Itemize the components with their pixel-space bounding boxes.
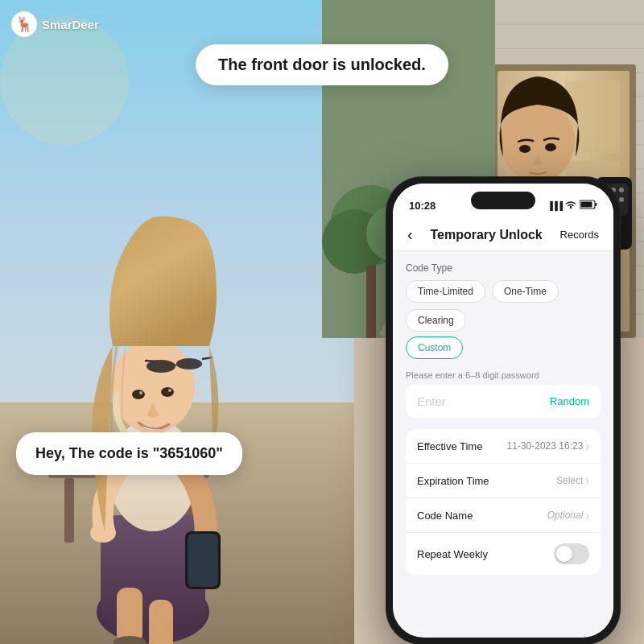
svg-rect-65: [366, 266, 376, 338]
password-input-row: Enter Random: [406, 385, 601, 418]
svg-line-22: [175, 365, 176, 365]
status-icons: ▐▐▐: [547, 200, 597, 211]
random-button[interactable]: Random: [550, 395, 589, 407]
effective-time-value: 11-30-2023 16:23 ›: [507, 440, 589, 452]
svg-point-21: [176, 358, 202, 369]
signal-icon: ▐▐▐: [547, 201, 562, 210]
repeat-weekly-label: Repeat Weekly: [417, 548, 488, 560]
code-type-label: Code Type: [406, 262, 601, 274]
svg-point-17: [90, 523, 116, 543]
code-type-row-1: Time-Limited One-Time Clearing: [406, 280, 601, 332]
svg-rect-4: [64, 478, 74, 543]
svg-point-83: [519, 145, 530, 153]
custom-row: Custom: [406, 336, 601, 359]
settings-section: Effective Time 11-30-2023 16:23 › Expira…: [406, 429, 601, 575]
speech-bubble-top: The front door is unlocked.: [196, 44, 448, 85]
logo-deer-icon: 🦌: [15, 15, 33, 33]
code-name-value: Optional ›: [547, 509, 589, 522]
phone-mockup: 10:28 ▐▐▐: [386, 177, 620, 644]
speech-bubble-bottom: Hey, The code is "3651060": [16, 432, 242, 475]
woman-illustration: [0, 0, 354, 644]
code-type-one-time[interactable]: One-Time: [492, 280, 559, 303]
speech-bubble-bottom-text: Hey, The code is "3651060": [35, 445, 223, 461]
repeat-weekly-row: Repeat Weekly: [406, 533, 601, 575]
svg-point-25: [132, 390, 145, 399]
svg-point-56: [619, 188, 624, 192]
woman-scene: [0, 0, 354, 644]
svg-point-59: [619, 197, 624, 202]
expiration-time-row[interactable]: Expiration Time Select ›: [406, 464, 601, 498]
status-time: 10:28: [409, 200, 436, 212]
code-type-clearing[interactable]: Clearing: [406, 309, 466, 332]
repeat-weekly-toggle[interactable]: [554, 543, 589, 564]
nav-records-button[interactable]: Records: [560, 229, 599, 241]
code-name-row[interactable]: Code Name Optional ›: [406, 498, 601, 533]
svg-rect-8: [117, 588, 142, 644]
svg-rect-88: [596, 203, 597, 206]
svg-line-23: [145, 361, 158, 361]
code-name-label: Code Name: [417, 510, 473, 522]
svg-point-27: [139, 391, 142, 394]
effective-time-chevron: ›: [585, 440, 589, 452]
logo-text: SmarDeer: [42, 18, 99, 31]
toggle-knob: [556, 546, 572, 562]
logo-icon: 🦌: [11, 11, 37, 37]
code-type-time-limited[interactable]: Time-Limited: [406, 280, 485, 303]
effective-time-row[interactable]: Effective Time 11-30-2023 16:23 ›: [406, 429, 601, 464]
nav-back-button[interactable]: ‹: [407, 225, 413, 244]
nav-title: Temporary Unlock: [430, 228, 542, 242]
svg-point-28: [168, 389, 171, 392]
app-content: Code Type Time-Limited One-Time Clearing…: [393, 251, 613, 586]
svg-point-26: [161, 387, 174, 397]
battery-icon: [580, 200, 597, 211]
password-placeholder[interactable]: Enter: [417, 394, 550, 408]
svg-point-85: [570, 207, 572, 208]
password-instruction: Please enter a 6–8 digit password: [406, 370, 601, 380]
svg-rect-16: [188, 535, 217, 586]
logo: 🦌 SmarDeer: [11, 11, 99, 37]
svg-rect-87: [581, 202, 592, 208]
expiration-time-chevron: ›: [585, 474, 589, 487]
expiration-time-label: Expiration Time: [417, 475, 489, 487]
expiration-time-value: Select ›: [556, 474, 589, 487]
phone-screen: 10:28 ▐▐▐: [393, 184, 613, 638]
dynamic-island: [471, 192, 535, 209]
nav-bar: ‹ Temporary Unlock Records: [393, 219, 613, 251]
svg-point-84: [545, 143, 556, 151]
svg-rect-9: [149, 600, 173, 644]
code-type-custom[interactable]: Custom: [406, 336, 463, 359]
code-name-chevron: ›: [585, 509, 589, 522]
wifi-icon: [565, 200, 576, 211]
speech-bubble-top-text: The front door is unlocked.: [218, 56, 426, 73]
effective-time-label: Effective Time: [417, 440, 482, 452]
